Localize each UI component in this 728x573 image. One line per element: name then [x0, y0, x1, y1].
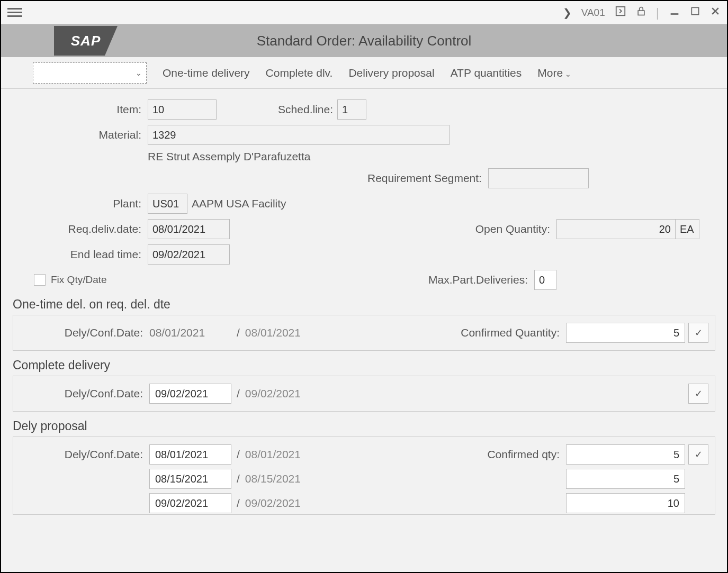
fix-qty-date-label: Fix Qty/Date [51, 274, 107, 286]
app-window: ❯ VA01 | SAP Standard Order: Availabilit… [0, 0, 728, 573]
more-button[interactable]: More ⌄ [537, 67, 571, 79]
svg-rect-0 [616, 7, 625, 16]
slash: / [237, 387, 240, 400]
end-lead-time-label: End lead time: [18, 248, 148, 261]
open-qty-input[interactable]: 20 [556, 219, 676, 239]
slash: / [237, 448, 240, 461]
check-icon: ✓ [695, 388, 703, 399]
end-lead-time-input[interactable]: 09/02/2021 [148, 244, 230, 265]
req-segment-label: Requirement Segment: [367, 172, 482, 185]
complete-delivery-title: Complete delivery [13, 358, 715, 372]
item-label: Item: [18, 103, 148, 116]
one-time-confirm-button[interactable]: ✓ [688, 323, 708, 343]
atp-quantities-button[interactable]: ATP quantities [451, 67, 522, 79]
one-time-date2: 08/01/2021 [245, 326, 301, 339]
topbar-right: ❯ VA01 | [563, 5, 721, 20]
proposal-date2-0: 08/01/2021 [245, 448, 301, 461]
req-deliv-date-input[interactable]: 08/01/2021 [148, 219, 230, 239]
req-segment-input[interactable] [488, 168, 589, 188]
complete-dlv-button[interactable]: Complete dlv. [266, 67, 333, 79]
open-qty-uom: EA [676, 219, 699, 239]
proposal-qty-input-2[interactable] [566, 493, 685, 513]
sched-line-input[interactable]: 1 [337, 99, 366, 120]
slash: / [237, 497, 240, 510]
page-title: Standard Order: Availability Control [257, 33, 472, 49]
dely-conf-date-label: Dely/Conf.Date: [20, 326, 149, 339]
max-part-deliv-input[interactable]: 0 [534, 270, 556, 290]
complete-date1-input[interactable]: 09/02/2021 [149, 384, 231, 404]
confirmed-qty-label: Confirmed Quantity: [461, 326, 560, 339]
complete-date2: 09/02/2021 [245, 387, 301, 400]
chevron-down-icon: ⌄ [136, 69, 142, 77]
chevron-down-icon: ⌄ [563, 70, 571, 78]
menu-icon[interactable] [7, 8, 22, 17]
sched-line-label: Sched.line: [264, 103, 333, 116]
dely-proposal-title: Dely proposal [13, 419, 715, 433]
proposal-confirmed-qty-label: Confirmed qty: [487, 448, 560, 461]
svg-rect-3 [691, 7, 698, 14]
proposal-date1-input-2[interactable]: 09/02/2021 [149, 493, 231, 513]
lock-icon[interactable] [636, 5, 646, 20]
proposal-qty-input-1[interactable] [566, 469, 685, 489]
dely-conf-date-label: Dely/Conf.Date: [20, 387, 149, 400]
proposal-date1-input-0[interactable]: 08/01/2021 [149, 444, 231, 465]
exit-icon[interactable] [615, 5, 626, 20]
one-time-delivery-button[interactable]: One-time delivery [163, 67, 250, 79]
content-area: Item: 10 Sched.line: 1 Material: 1329 RE… [1, 89, 727, 572]
title-bar: SAP Standard Order: Availability Control [1, 24, 727, 57]
max-part-deliv-label: Max.Part.Deliveries: [428, 274, 528, 286]
plant-input[interactable]: US01 [148, 194, 187, 214]
req-deliv-date-label: Req.deliv.date: [18, 223, 148, 235]
proposal-date1-input-1[interactable]: 08/15/2021 [149, 469, 231, 489]
material-label: Material: [18, 129, 148, 141]
action-toolbar: ⌄ One-time delivery Complete dlv. Delive… [1, 57, 727, 89]
dely-conf-date-label: Dely/Conf.Date: [20, 448, 149, 461]
plant-label: Plant: [18, 197, 148, 210]
open-qty-label: Open Quantity: [475, 223, 550, 235]
command-dropdown[interactable]: ⌄ [33, 62, 147, 84]
slash: / [237, 472, 240, 485]
item-input[interactable]: 10 [148, 99, 217, 120]
check-icon: ✓ [695, 449, 703, 460]
check-icon: ✓ [695, 327, 703, 339]
delivery-proposal-button[interactable]: Delivery proposal [348, 67, 434, 79]
plant-description: AAPM USA Facility [192, 197, 286, 210]
one-time-del-title: One-time del. on req. del. dte [13, 297, 715, 312]
transaction-code: VA01 [581, 7, 605, 19]
material-input[interactable]: 1329 [148, 125, 450, 145]
minimize-icon[interactable] [669, 5, 680, 20]
more-label: More [537, 67, 563, 79]
maximize-icon[interactable] [690, 6, 700, 19]
svg-rect-1 [638, 11, 644, 15]
slash: / [237, 326, 240, 339]
one-time-del-panel: Dely/Conf.Date: 08/01/2021 / 08/01/2021 … [13, 315, 715, 351]
proposal-date2-2: 09/02/2021 [245, 497, 301, 510]
separator: | [656, 5, 659, 20]
proposal-confirm-button[interactable]: ✓ [688, 444, 708, 465]
dely-proposal-panel: Dely/Conf.Date: 08/01/2021 / 08/01/2021 … [13, 436, 715, 515]
complete-delivery-panel: Dely/Conf.Date: 09/02/2021 / 09/02/2021 … [13, 376, 715, 412]
sap-logo: SAP [54, 26, 118, 56]
close-icon[interactable] [710, 6, 721, 19]
proposal-date2-1: 08/15/2021 [245, 472, 301, 485]
proposal-qty-input-0[interactable] [566, 444, 685, 465]
fix-qty-date-checkbox[interactable] [34, 274, 46, 286]
one-time-date1: 08/01/2021 [149, 326, 231, 339]
chevron-right-icon[interactable]: ❯ [563, 6, 572, 19]
material-description: RE Strut Assemply D'Parafuzetta [148, 150, 310, 163]
system-topbar: ❯ VA01 | [1, 1, 727, 24]
complete-confirm-button[interactable]: ✓ [688, 384, 708, 404]
one-time-confirmed-qty-input[interactable] [566, 323, 685, 343]
